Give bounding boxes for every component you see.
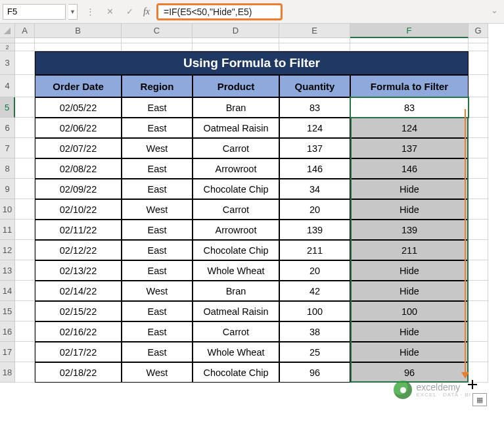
blank-cell[interactable] (469, 362, 488, 383)
row-header[interactable]: 6 (0, 118, 15, 138)
cell-region[interactable]: East (122, 220, 193, 240)
cell-date[interactable]: 02/06/22 (35, 118, 122, 138)
col-header-e[interactable]: E (279, 24, 350, 38)
cell-region[interactable]: West (122, 362, 193, 383)
name-box-dropdown[interactable]: ▼ (68, 4, 78, 20)
cell-product[interactable]: Whole Wheat (193, 260, 279, 281)
cell-quantity[interactable]: 139 (279, 220, 350, 240)
cell-filter[interactable]: 137 (350, 138, 469, 158)
cell-filter[interactable]: 83 (350, 97, 469, 118)
cell-date[interactable]: 02/07/22 (35, 138, 122, 158)
cancel-icon[interactable]: ✕ (103, 4, 117, 20)
cell-filter[interactable]: Hide (350, 281, 469, 301)
row-header[interactable]: 8 (0, 158, 15, 179)
blank-cell[interactable] (15, 301, 35, 321)
row-header[interactable]: 15 (0, 301, 15, 321)
cell-product[interactable]: Arrowroot (193, 158, 279, 179)
blank-cell[interactable] (469, 342, 488, 362)
header-product[interactable]: Product (193, 75, 279, 97)
row-header[interactable]: 10 (0, 199, 15, 220)
cell-quantity[interactable]: 124 (279, 118, 350, 138)
header-formula-filter[interactable]: Formula to Filter (350, 75, 469, 97)
blank-cell[interactable] (469, 220, 488, 240)
cell-product[interactable]: Oatmeal Raisin (193, 301, 279, 321)
cell-region[interactable]: East (122, 158, 193, 179)
blank-cell[interactable] (15, 342, 35, 362)
cell-quantity[interactable]: 34 (279, 179, 350, 199)
row-header[interactable]: 11 (0, 220, 15, 240)
blank-cell[interactable] (469, 240, 488, 260)
cell-region[interactable]: West (122, 199, 193, 220)
cell-filter[interactable]: Hide (350, 321, 469, 342)
cell-filter[interactable]: 139 (350, 220, 469, 240)
header-order-date[interactable]: Order Date (35, 75, 122, 97)
blank-cell[interactable] (469, 179, 488, 199)
cell-date[interactable]: 02/18/22 (35, 362, 122, 383)
row-header[interactable]: 17 (0, 342, 15, 362)
cell-date[interactable]: 02/17/22 (35, 342, 122, 362)
blank-cell[interactable] (469, 199, 488, 220)
cell-filter[interactable]: Hide (350, 342, 469, 362)
cell-product[interactable]: Chocolate Chip (193, 362, 279, 383)
expand-formula-bar-icon[interactable]: ⌄ (488, 4, 500, 16)
cell-date[interactable]: 02/15/22 (35, 301, 122, 321)
row-header[interactable]: 2 (0, 43, 15, 51)
cell-quantity[interactable]: 20 (279, 199, 350, 220)
col-header-b[interactable]: B (35, 24, 122, 38)
cell-date[interactable]: 02/08/22 (35, 158, 122, 179)
col-header-c[interactable]: C (122, 24, 193, 38)
row-header[interactable]: 13 (0, 260, 15, 281)
cell-quantity[interactable]: 38 (279, 321, 350, 342)
cell-product[interactable]: Bran (193, 281, 279, 301)
cell-date[interactable]: 02/12/22 (35, 240, 122, 260)
col-header-a[interactable]: A (15, 24, 35, 38)
row-header[interactable]: 9 (0, 179, 15, 199)
cell-quantity[interactable]: 211 (279, 240, 350, 260)
blank-cell[interactable] (15, 321, 35, 342)
blank-cell[interactable] (15, 97, 35, 118)
cell-filter[interactable]: 100 (350, 301, 469, 321)
enter-icon[interactable]: ✓ (122, 4, 137, 20)
cell-region[interactable]: East (122, 321, 193, 342)
blank-cell[interactable] (469, 158, 488, 179)
cell-date[interactable]: 02/11/22 (35, 220, 122, 240)
cell-date[interactable]: 02/16/22 (35, 321, 122, 342)
row-header[interactable] (0, 38, 15, 43)
blank-cell[interactable] (15, 199, 35, 220)
cell-region[interactable]: West (122, 138, 193, 158)
col-header-d[interactable]: D (193, 24, 279, 38)
cell-region[interactable]: East (122, 240, 193, 260)
cell-product[interactable]: Carrot (193, 321, 279, 342)
cell-region[interactable]: East (122, 260, 193, 281)
cell-quantity[interactable]: 146 (279, 158, 350, 179)
col-header-g[interactable]: G (469, 24, 488, 38)
cell-filter[interactable]: Hide (350, 199, 469, 220)
header-quantity[interactable]: Quantity (279, 75, 350, 97)
cell-product[interactable]: Oatmeal Raisin (193, 118, 279, 138)
cell-product[interactable]: Chocolate Chip (193, 240, 279, 260)
blank-cell[interactable] (15, 362, 35, 383)
cell-region[interactable]: West (122, 281, 193, 301)
cell-quantity[interactable]: 20 (279, 260, 350, 281)
fx-icon[interactable]: fx (139, 7, 154, 17)
cell-filter[interactable]: Hide (350, 260, 469, 281)
cell-date[interactable]: 02/09/22 (35, 179, 122, 199)
cell-product[interactable]: Carrot (193, 199, 279, 220)
blank-cell[interactable] (15, 118, 35, 138)
row-header[interactable]: 4 (0, 75, 15, 97)
cell-region[interactable]: East (122, 301, 193, 321)
header-region[interactable]: Region (122, 75, 193, 97)
cell-filter[interactable]: 96 (350, 362, 469, 383)
blank-cell[interactable] (469, 260, 488, 281)
row-header[interactable]: 12 (0, 240, 15, 260)
cell-quantity[interactable]: 137 (279, 138, 350, 158)
blank-cell[interactable] (15, 179, 35, 199)
blank-cell[interactable] (469, 301, 488, 321)
blank-cell[interactable] (469, 138, 488, 158)
blank-cell[interactable] (469, 118, 488, 138)
cell-product[interactable]: Bran (193, 97, 279, 118)
cell-product[interactable]: Arrowroot (193, 220, 279, 240)
merged-title[interactable]: Using Formula to Filter (35, 51, 469, 75)
cell-product[interactable]: Whole Wheat (193, 342, 279, 362)
row-header[interactable]: 16 (0, 321, 15, 342)
